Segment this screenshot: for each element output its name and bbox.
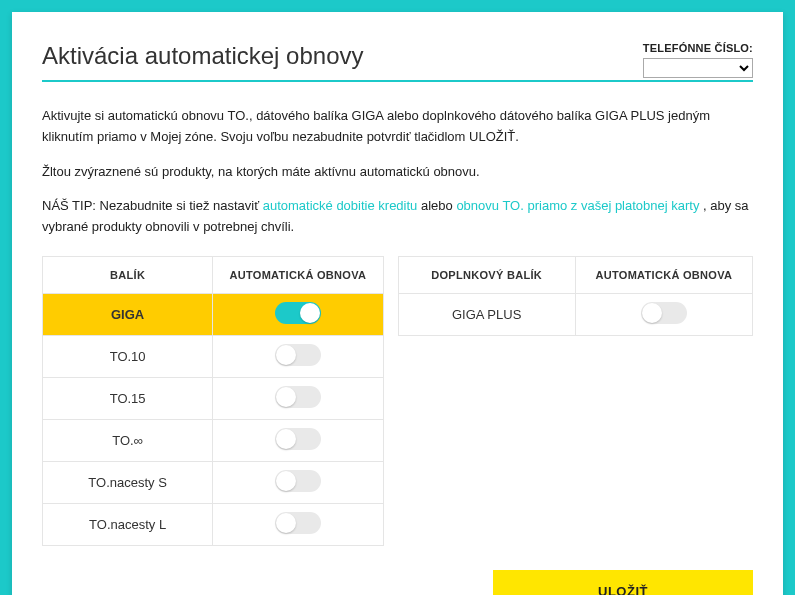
package-name-cell: TO.∞ [43,419,213,461]
package-name-cell: GIGA [43,293,213,335]
footer-row: ULOŽIŤ [42,570,753,595]
addon-table: DOPLNKOVÝ BALÍK AUTOMATICKÁ OBNOVA GIGA … [398,256,753,336]
package-name-cell: TO.10 [43,335,213,377]
auto-renew-toggle[interactable] [275,512,321,534]
addon-tbody: GIGA PLUS [398,293,752,335]
auto-renew-toggle[interactable] [275,470,321,492]
toggle-knob [276,387,296,407]
auto-renew-toggle[interactable] [275,428,321,450]
settings-card: Aktivácia automatickej obnovy TELEFÓNNE … [12,12,783,595]
save-button[interactable]: ULOŽIŤ [493,570,753,595]
col-header-package: BALÍK [43,256,213,293]
intro-paragraph-2: Žltou zvýraznené sú produkty, na ktorých… [42,162,753,183]
packages-table: BALÍK AUTOMATICKÁ OBNOVA GIGATO.10TO.15T… [42,256,384,546]
toggle-cell [213,377,383,419]
col-header-addon-auto-renew: AUTOMATICKÁ OBNOVA [575,256,752,293]
tables-row: BALÍK AUTOMATICKÁ OBNOVA GIGATO.10TO.15T… [42,256,753,546]
col-header-addon: DOPLNKOVÝ BALÍK [398,256,575,293]
left-table-wrap: BALÍK AUTOMATICKÁ OBNOVA GIGATO.10TO.15T… [42,256,384,546]
intro-paragraph-1: Aktivujte si automatickú obnovu TO., dát… [42,106,753,148]
package-name-cell: TO.15 [43,377,213,419]
page-title: Aktivácia automatickej obnovy [42,42,623,80]
auto-renew-toggle[interactable] [275,302,321,324]
table-row: TO.nacesty S [43,461,384,503]
package-name-cell: TO.nacesty S [43,461,213,503]
right-table-wrap: DOPLNKOVÝ BALÍK AUTOMATICKÁ OBNOVA GIGA … [398,256,753,546]
table-row: TO.nacesty L [43,503,384,545]
toggle-knob [276,513,296,533]
header-row: Aktivácia automatickej obnovy TELEFÓNNE … [42,42,753,80]
toggle-cell [213,335,383,377]
toggle-cell [213,461,383,503]
toggle-knob [300,303,320,323]
auto-renew-toggle[interactable] [275,344,321,366]
toggle-cell [213,293,383,335]
phone-select[interactable] [643,58,753,78]
table-row: TO.15 [43,377,384,419]
package-name-cell: TO.nacesty L [43,503,213,545]
toggle-cell [213,419,383,461]
phone-label: TELEFÓNNE ČÍSLO: [643,42,753,54]
toggle-knob [276,429,296,449]
table-row: TO.∞ [43,419,384,461]
table-row: GIGA PLUS [398,293,752,335]
packages-tbody: GIGATO.10TO.15TO.∞TO.nacesty STO.nacesty… [43,293,384,545]
title-underline [42,80,753,82]
tip-link-card[interactable]: obnovu TO. priamo z vašej platobnej kart… [456,198,699,213]
table-row: TO.10 [43,335,384,377]
intro-tip: NÁŠ TIP: Nezabudnite si tiež nastaviť au… [42,196,753,238]
package-name-cell: GIGA PLUS [398,293,575,335]
toggle-cell [575,293,752,335]
toggle-knob [276,345,296,365]
col-header-auto-renew: AUTOMATICKÁ OBNOVA [213,256,383,293]
tip-mid: alebo [421,198,456,213]
auto-renew-toggle[interactable] [641,302,687,324]
toggle-knob [642,303,662,323]
phone-number-block: TELEFÓNNE ČÍSLO: [643,42,753,78]
tip-link-credit[interactable]: automatické dobitie kreditu [263,198,418,213]
tip-prefix: NÁŠ TIP: Nezabudnite si tiež nastaviť [42,198,263,213]
toggle-knob [276,471,296,491]
title-wrap: Aktivácia automatickej obnovy [42,42,623,80]
table-row: GIGA [43,293,384,335]
auto-renew-toggle[interactable] [275,386,321,408]
toggle-cell [213,503,383,545]
